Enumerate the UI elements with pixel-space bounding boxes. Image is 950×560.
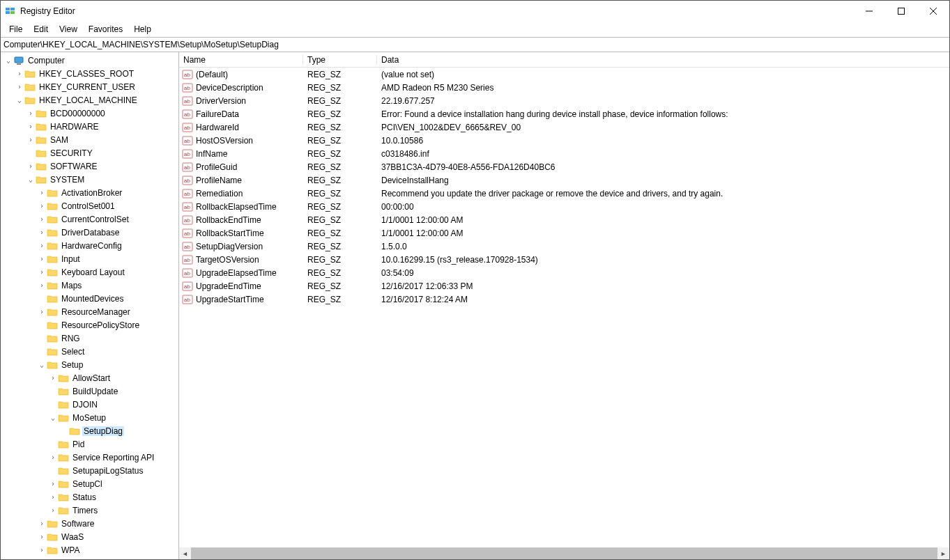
expand-icon[interactable]: ›: [15, 83, 24, 91]
tree-item[interactable]: ›Maps: [1, 279, 178, 292]
collapse-icon[interactable]: ⌄: [15, 96, 24, 104]
value-row[interactable]: abProfileNameREG_SZDeviceInstallHang: [179, 173, 949, 187]
value-row[interactable]: abHostOSVersionREG_SZ10.0.10586: [179, 134, 949, 147]
value-row[interactable]: abUpgradeEndTimeREG_SZ12/16/2017 12:06:3…: [179, 279, 949, 293]
collapse-icon[interactable]: ⌄: [48, 414, 58, 421]
expand-icon[interactable]: ›: [26, 162, 36, 170]
horizontal-scrollbar[interactable]: ◄ ►: [179, 547, 949, 559]
tree-item[interactable]: SetupDiag: [1, 424, 178, 437]
expand-icon[interactable]: ›: [37, 281, 47, 289]
expand-icon[interactable]: ›: [37, 228, 47, 236]
scrollbar-thumb[interactable]: [191, 547, 937, 559]
close-button[interactable]: [917, 1, 949, 22]
minimize-button[interactable]: [853, 1, 885, 22]
tree-item[interactable]: ›WPA: [1, 543, 178, 557]
tree-item[interactable]: ›ControlSet001: [1, 199, 178, 212]
value-row[interactable]: abSetupDiagVersionREG_SZ1.5.0.0: [179, 240, 949, 253]
expand-icon[interactable]: ›: [37, 215, 47, 223]
tree-item[interactable]: ›WaaS: [1, 530, 178, 543]
tree-item[interactable]: ›AllowStart: [1, 371, 178, 384]
column-header-name[interactable]: Name: [179, 55, 303, 65]
collapse-icon[interactable]: ⌄: [3, 56, 13, 64]
tree-item[interactable]: ›HardwareConfig: [1, 239, 178, 252]
tree-item[interactable]: Select: [1, 345, 178, 358]
column-header-data[interactable]: Data: [377, 55, 949, 65]
scroll-left-button[interactable]: ◄: [179, 547, 191, 559]
tree-item[interactable]: ›DriverDatabase: [1, 226, 178, 239]
tree-item[interactable]: ›SOFTWARE: [1, 160, 178, 173]
menu-edit[interactable]: Edit: [28, 23, 54, 36]
tree-item[interactable]: Pid: [1, 437, 178, 451]
value-row[interactable]: abInfNameREG_SZc0318486.inf: [179, 147, 949, 160]
expand-icon[interactable]: ›: [37, 268, 47, 276]
tree-item[interactable]: ⌄Setup: [1, 358, 178, 371]
tree-item[interactable]: ›ResourceManager: [1, 305, 178, 318]
tree-item[interactable]: ›SetupCl: [1, 477, 178, 490]
tree-item[interactable]: ›HKEY_CURRENT_USER: [1, 80, 178, 93]
tree-item[interactable]: ›Software: [1, 517, 178, 530]
value-row[interactable]: abRollbackStartTimeREG_SZ1/1/0001 12:00:…: [179, 226, 949, 240]
expand-icon[interactable]: ›: [37, 308, 47, 316]
value-row[interactable]: abTargetOSVersionREG_SZ10.0.16299.15 (rs…: [179, 253, 949, 266]
menu-help[interactable]: Help: [128, 23, 157, 36]
tree-item[interactable]: ›Service Reporting API: [1, 451, 178, 464]
tree-item[interactable]: ›CurrentControlSet: [1, 212, 178, 226]
tree-item[interactable]: ›BCD00000000: [1, 107, 178, 120]
tree-item[interactable]: ›HARDWARE: [1, 120, 178, 133]
tree-item[interactable]: SECURITY: [1, 146, 178, 160]
tree-item[interactable]: ›ActivationBroker: [1, 186, 178, 199]
value-row[interactable]: ab(Default)REG_SZ(value not set): [179, 68, 949, 81]
tree-item[interactable]: MountedDevices: [1, 292, 178, 305]
tree-item[interactable]: ›Timers: [1, 504, 178, 517]
expand-icon[interactable]: ›: [37, 255, 47, 263]
tree-item[interactable]: SetupapiLogStatus: [1, 464, 178, 477]
tree-item[interactable]: ›Status: [1, 490, 178, 504]
expand-icon[interactable]: ›: [48, 480, 58, 488]
value-row[interactable]: abFailureDataREG_SZError: Found a device…: [179, 107, 949, 120]
tree-item[interactable]: ›SAM: [1, 133, 178, 146]
expand-icon[interactable]: ›: [48, 453, 58, 461]
tree-view[interactable]: ⌄Computer›HKEY_CLASSES_ROOT›HKEY_CURRENT…: [1, 52, 178, 559]
menu-view[interactable]: View: [54, 23, 83, 36]
value-row[interactable]: abUpgradeElapsedTimeREG_SZ03:54:09: [179, 266, 949, 279]
tree-item[interactable]: BuildUpdate: [1, 384, 178, 398]
collapse-icon[interactable]: ⌄: [37, 361, 47, 368]
tree-item[interactable]: ›Keyboard Layout: [1, 265, 178, 279]
value-row[interactable]: abRollbackElapsedTimeREG_SZ00:00:00: [179, 200, 949, 213]
value-row[interactable]: abDeviceDescriptionREG_SZAMD Radeon R5 M…: [179, 81, 949, 94]
value-row[interactable]: abRollbackEndTimeREG_SZ1/1/0001 12:00:00…: [179, 213, 949, 226]
expand-icon[interactable]: ›: [26, 109, 36, 117]
value-row[interactable]: abUpgradeStartTimeREG_SZ12/16/2017 8:12:…: [179, 293, 949, 306]
expand-icon[interactable]: ›: [37, 242, 47, 249]
tree-item[interactable]: DJOIN: [1, 398, 178, 411]
expand-icon[interactable]: ›: [26, 123, 36, 130]
column-header-type[interactable]: Type: [303, 55, 377, 65]
tree-item[interactable]: ›Input: [1, 252, 178, 265]
expand-icon[interactable]: ›: [26, 136, 36, 143]
value-row[interactable]: abHardwareIdREG_SZPCI\VEN_1002&DEV_6665&…: [179, 120, 949, 134]
collapse-icon[interactable]: ⌄: [26, 176, 36, 183]
expand-icon[interactable]: ›: [37, 520, 47, 527]
tree-item[interactable]: ⌄HKEY_LOCAL_MACHINE: [1, 93, 178, 107]
expand-icon[interactable]: ›: [15, 70, 24, 77]
menu-favorites[interactable]: Favorites: [83, 23, 128, 36]
tree-item[interactable]: RNG: [1, 332, 178, 345]
list-view[interactable]: ab(Default)REG_SZ(value not set)abDevice…: [179, 68, 949, 547]
expand-icon[interactable]: ›: [37, 189, 47, 196]
scroll-right-button[interactable]: ►: [937, 547, 949, 559]
tree-item[interactable]: ⌄Computer: [1, 54, 178, 67]
tree-item[interactable]: ⌄SYSTEM: [1, 173, 178, 186]
value-row[interactable]: abDriverVersionREG_SZ22.19.677.257: [179, 94, 949, 107]
expand-icon[interactable]: ›: [48, 493, 58, 501]
maximize-button[interactable]: [885, 1, 917, 22]
tree-item[interactable]: ResourcePolicyStore: [1, 318, 178, 332]
value-row[interactable]: abRemediationREG_SZRecommend you update …: [179, 187, 949, 200]
expand-icon[interactable]: ›: [37, 546, 47, 554]
expand-icon[interactable]: ›: [48, 374, 58, 382]
expand-icon[interactable]: ›: [37, 533, 47, 540]
tree-item[interactable]: ⌄MoSetup: [1, 411, 178, 424]
address-bar[interactable]: Computer\HKEY_LOCAL_MACHINE\SYSTEM\Setup…: [1, 37, 949, 52]
expand-icon[interactable]: ›: [48, 506, 58, 514]
expand-icon[interactable]: ›: [37, 202, 47, 210]
tree-item[interactable]: ›HKEY_CLASSES_ROOT: [1, 67, 178, 80]
